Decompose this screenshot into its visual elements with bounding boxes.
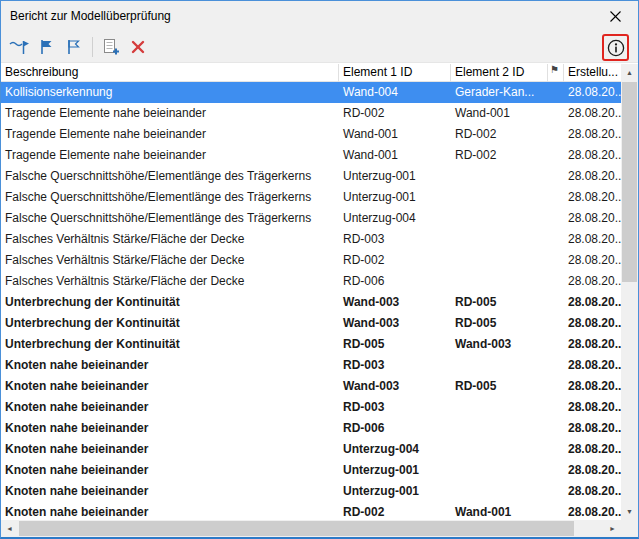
cell-beschreibung: Knoten nahe beieinander: [1, 355, 339, 376]
scroll-right-icon[interactable]: ►: [604, 520, 621, 537]
cell-element2-id: RD-002: [451, 145, 548, 166]
horizontal-scrollbar[interactable]: ◄ ►: [1, 520, 621, 537]
table-row[interactable]: Falsche Querschnittshöhe/Elementlänge de…: [1, 166, 623, 187]
cell-element2-id: RD-002: [451, 124, 548, 145]
add-entry-button[interactable]: [98, 34, 124, 60]
cell-flag: [548, 271, 564, 292]
table-row[interactable]: Tragende Elemente nahe beieinanderWand-0…: [1, 124, 623, 145]
scroll-left-icon[interactable]: ◄: [1, 520, 18, 537]
add-entry-icon: [102, 38, 120, 56]
table-row[interactable]: Tragende Elemente nahe beieinanderWand-0…: [1, 145, 623, 166]
table-row[interactable]: Knoten nahe beieinanderUnterzug-00128.08…: [1, 460, 623, 481]
table-row[interactable]: Knoten nahe beieinanderRD-00328.08.20...: [1, 397, 623, 418]
cell-element2-id: [451, 229, 548, 250]
table-row[interactable]: Falsches Verhältnis Stärke/Fläche der De…: [1, 271, 623, 292]
check-navigate-button[interactable]: [6, 34, 32, 60]
vertical-scrollbar[interactable]: ▲ ▼: [621, 64, 638, 520]
cell-erstellungsdatum: 28.08.20...: [564, 460, 621, 481]
cell-flag: [548, 187, 564, 208]
cell-flag: [548, 124, 564, 145]
table-row[interactable]: Falsches Verhältnis Stärke/Fläche der De…: [1, 250, 623, 271]
cell-element2-id: [451, 460, 548, 481]
cell-element1-id: RD-006: [339, 418, 451, 439]
cell-beschreibung: Tragende Elemente nahe beieinander: [1, 124, 339, 145]
table-row[interactable]: Unterbrechung der KontinuitätRD-005Wand-…: [1, 334, 623, 355]
cell-element1-id: Wand-001: [339, 124, 451, 145]
cell-flag: [548, 313, 564, 334]
table-row[interactable]: Falsches Verhältnis Stärke/Fläche der De…: [1, 229, 623, 250]
table-row[interactable]: Falsche Querschnittshöhe/Elementlänge de…: [1, 208, 623, 229]
cell-erstellungsdatum: 28.08.20...: [564, 250, 621, 271]
column-header-erstellungsdatum[interactable]: Erstellu...: [564, 64, 621, 82]
scroll-up-icon[interactable]: ▲: [621, 64, 638, 81]
cell-beschreibung: Unterbrechung der Kontinuität: [1, 334, 339, 355]
cell-erstellungsdatum: 28.08.20...: [564, 271, 621, 292]
cell-flag: [548, 82, 564, 103]
table-row[interactable]: Falsche Querschnittshöhe/Elementlänge de…: [1, 187, 623, 208]
toolbar: [1, 31, 638, 63]
table-row[interactable]: Knoten nahe beieinanderUnterzug-00128.08…: [1, 481, 623, 502]
column-header-element2[interactable]: Element 2 ID: [451, 64, 548, 82]
cell-erstellungsdatum: 28.08.20...: [564, 439, 621, 460]
info-button[interactable]: [604, 35, 627, 61]
cell-flag: [548, 166, 564, 187]
model-check-report-dialog: Bericht zur Modellüberprüfung: [0, 0, 639, 539]
vertical-scroll-thumb[interactable]: [622, 82, 637, 282]
cell-erstellungsdatum: 28.08.20...: [564, 418, 621, 439]
cell-element1-id: RD-003: [339, 397, 451, 418]
cell-element1-id: RD-002: [339, 103, 451, 124]
cell-beschreibung: Knoten nahe beieinander: [1, 418, 339, 439]
table-row[interactable]: Knoten nahe beieinanderWand-003RD-00528.…: [1, 376, 623, 397]
flag-off-button[interactable]: [60, 34, 86, 60]
column-header-flag-icon[interactable]: ⚑: [548, 64, 564, 82]
cell-flag: [548, 229, 564, 250]
window-title: Bericht zur Modellüberprüfung: [1, 9, 593, 23]
cell-beschreibung: Knoten nahe beieinander: [1, 376, 339, 397]
table-row[interactable]: Knoten nahe beieinanderRD-00628.08.20...: [1, 418, 623, 439]
check-navigate-icon: [9, 38, 29, 56]
cell-beschreibung: Falsche Querschnittshöhe/Elementlänge de…: [1, 187, 339, 208]
flag-on-button[interactable]: [33, 34, 59, 60]
cell-element2-id: RD-005: [451, 376, 548, 397]
cell-beschreibung: Falsche Querschnittshöhe/Elementlänge de…: [1, 166, 339, 187]
cell-element2-id: [451, 397, 548, 418]
titlebar: Bericht zur Modellüberprüfung: [1, 1, 638, 31]
cell-erstellungsdatum: 28.08.20...: [564, 103, 621, 124]
cell-element2-id: [451, 166, 548, 187]
cell-erstellungsdatum: 28.08.20...: [564, 313, 621, 334]
cell-element1-id: Wand-001: [339, 145, 451, 166]
cell-beschreibung: Tragende Elemente nahe beieinander: [1, 145, 339, 166]
cell-beschreibung: Tragende Elemente nahe beieinander: [1, 103, 339, 124]
column-header-beschreibung[interactable]: Beschreibung: [1, 64, 339, 82]
table-row[interactable]: Unterbrechung der KontinuitätWand-003RD-…: [1, 292, 623, 313]
close-icon: [610, 11, 621, 22]
horizontal-scroll-thumb[interactable]: [19, 521, 574, 536]
cell-element1-id: Wand-003: [339, 376, 451, 397]
column-header-element1[interactable]: Element 1 ID: [339, 64, 451, 82]
cell-beschreibung: Knoten nahe beieinander: [1, 397, 339, 418]
table-row[interactable]: KollisionserkennungWand-004Gerader-Kan..…: [1, 82, 623, 103]
cell-element2-id: [451, 439, 548, 460]
cell-element1-id: RD-003: [339, 229, 451, 250]
table-header: Beschreibung Element 1 ID Element 2 ID ⚑…: [1, 64, 621, 82]
cell-element1-id: Wand-004: [339, 82, 451, 103]
cell-beschreibung: Unterbrechung der Kontinuität: [1, 292, 339, 313]
cell-flag: [548, 292, 564, 313]
table-row[interactable]: Knoten nahe beieinanderRD-00328.08.20...: [1, 355, 623, 376]
table-row[interactable]: Tragende Elemente nahe beieinanderRD-002…: [1, 103, 623, 124]
table-row[interactable]: Unterbrechung der KontinuitätWand-003RD-…: [1, 313, 623, 334]
scroll-down-icon[interactable]: ▼: [621, 503, 638, 520]
cell-element2-id: RD-005: [451, 292, 548, 313]
cell-beschreibung: Knoten nahe beieinander: [1, 460, 339, 481]
cell-element1-id: Unterzug-004: [339, 439, 451, 460]
cell-flag: [548, 376, 564, 397]
cell-erstellungsdatum: 28.08.20...: [564, 481, 621, 502]
cell-element1-id: Wand-003: [339, 292, 451, 313]
table-row[interactable]: Knoten nahe beieinanderUnterzug-00428.08…: [1, 439, 623, 460]
cell-element1-id: RD-005: [339, 334, 451, 355]
cell-beschreibung: Falsches Verhältnis Stärke/Fläche der De…: [1, 250, 339, 271]
flag-on-icon: [37, 38, 55, 56]
cell-erstellungsdatum: 28.08.20...: [564, 376, 621, 397]
close-button[interactable]: [593, 1, 638, 31]
delete-button[interactable]: [125, 34, 151, 60]
